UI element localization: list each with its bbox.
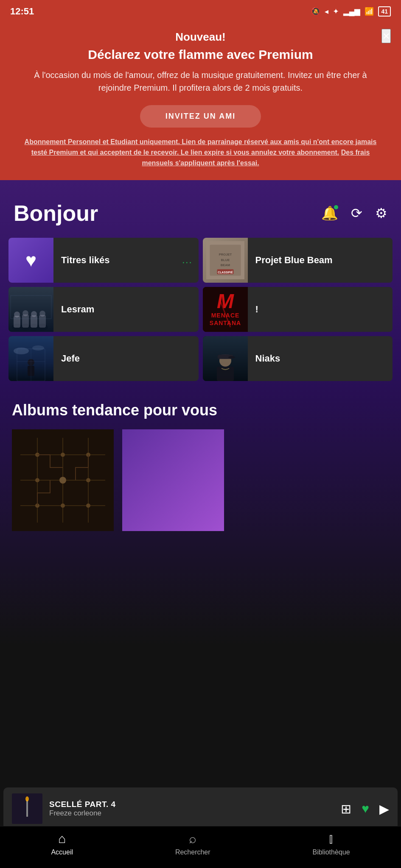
svg-rect-19 (39, 315, 46, 328)
status-bar: 12:51 🔕 ◂ ✦ ▂▄▆ 📶 41 (0, 0, 401, 22)
svg-text:CLASSIFIÉ: CLASSIFIÉ (218, 270, 233, 274)
banner-description: À l'occasion du mois de l'amour, offrez … (13, 69, 388, 94)
close-banner-button[interactable]: × (381, 29, 391, 43)
banner-new-label: Nouveau! (13, 31, 388, 44)
svg-rect-57 (122, 429, 224, 531)
svg-point-14 (22, 310, 28, 316)
svg-point-55 (61, 504, 65, 508)
nav-home[interactable]: ⌂ Accueil (51, 832, 73, 856)
svg-text:BEAM: BEAM (220, 264, 230, 267)
svg-point-56 (86, 504, 90, 508)
battery-indicator: 41 (378, 6, 391, 17)
liked-menu-dots[interactable]: ... (182, 255, 192, 266)
svg-point-39 (228, 356, 235, 359)
history-button[interactable]: ⟳ (351, 205, 362, 221)
nav-search[interactable]: ⌕ Rechercher (175, 832, 210, 856)
quick-item-lesram[interactable]: Lesram (8, 287, 199, 332)
mini-track-artist: Freeze corleone (49, 809, 341, 818)
status-right-icons: 🔕 ◂ ✦ ▂▄▆ 📶 41 (311, 6, 391, 17)
quick-item-liked[interactable]: ♥ Titres likés ... (8, 238, 199, 283)
jefe-label: Jefe (53, 353, 199, 365)
liked-thumbnail: ♥ (8, 238, 53, 283)
albums-section: Albums tendance pour vous (0, 401, 401, 536)
settings-button[interactable]: ⚙ (375, 205, 387, 221)
projet-thumbnail: PROJET BLUE BEAM CLASSIFIÉ (203, 238, 248, 283)
main-content: Bonjour 🔔 ⟳ ⚙ ♥ Titres likés ... (0, 180, 401, 645)
album-thumb-2 (122, 429, 224, 531)
nav-library[interactable]: ⫿ Bibliothèque (312, 832, 350, 856)
lesram-label: Lesram (53, 303, 199, 316)
svg-point-17 (31, 311, 37, 317)
albums-section-title: Albums tendance pour vous (12, 401, 389, 419)
home-icon: ⌂ (58, 832, 66, 846)
niaks-thumbnail (203, 336, 248, 381)
svg-rect-13 (22, 314, 29, 328)
mini-player: SCELLÉ PART. 4 Freeze corleone ⊞ ♥ ▶ (3, 787, 398, 830)
svg-text:M: M (217, 290, 234, 312)
mini-player-info: SCELLÉ PART. 4 Freeze corleone (49, 800, 341, 818)
history-icon: ⟳ (351, 206, 362, 221)
nav-home-label: Accueil (51, 849, 73, 856)
promo-banner: × Nouveau! Déclarez votre flamme avec Pr… (0, 22, 401, 180)
home-header: Bonjour 🔔 ⟳ ⚙ (0, 180, 401, 238)
liked-label: Titres likés (53, 254, 199, 267)
quick-item-projet[interactable]: PROJET BLUE BEAM CLASSIFIÉ Projet Blue B… (203, 238, 393, 283)
banner-fine-print: Abonnement Personnel et Etudiant uniquem… (13, 137, 388, 168)
projet-label: Projet Blue Beam (248, 254, 393, 267)
like-button[interactable]: ♥ (362, 801, 369, 816)
svg-rect-10 (14, 316, 20, 328)
mini-player-thumbnail (12, 793, 42, 824)
svg-point-52 (59, 477, 66, 484)
svg-point-28 (14, 348, 29, 354)
lesram-thumbnail (8, 287, 53, 332)
menace-thumbnail: M MENACE SANTANA (203, 287, 248, 332)
signal-icon: ▂▄▆ (343, 7, 361, 16)
jefe-thumbnail (8, 336, 53, 381)
album-thumb-1 (12, 429, 114, 531)
mini-player-controls: ⊞ ♥ ▶ (341, 801, 389, 816)
greeting-title: Bonjour (14, 200, 98, 226)
svg-text:PROJET: PROJET (219, 253, 232, 256)
svg-text:SANTANA: SANTANA (209, 320, 241, 326)
gear-icon: ⚙ (375, 206, 387, 221)
album-card-2[interactable] (122, 429, 224, 536)
bottom-navigation: ⌂ Accueil ⌕ Rechercher ⫿ Bibliothèque (0, 826, 401, 868)
niaks-label: Niaks (248, 353, 393, 365)
mute-icon: 🔕 (311, 7, 320, 16)
invite-friend-button[interactable]: INVITEZ UN AMI (140, 105, 261, 128)
svg-text:BLUE: BLUE (221, 258, 230, 262)
svg-rect-16 (31, 315, 37, 328)
header-icons: 🔔 ⟳ ⚙ (321, 205, 387, 221)
navigation-icon: ◂ (325, 7, 328, 16)
svg-point-20 (39, 311, 45, 317)
quick-access-grid: ♥ Titres likés ... PROJET BLUE BEAM CLAS… (0, 238, 401, 381)
nav-library-label: Bibliothèque (312, 849, 350, 856)
bluetooth-icon: ✦ (333, 7, 339, 16)
heart-icon: ♥ (25, 250, 36, 271)
status-time: 12:51 (10, 6, 34, 17)
library-icon: ⫿ (328, 832, 334, 846)
menace-label: ! (248, 303, 393, 316)
svg-point-60 (25, 796, 29, 801)
quick-item-niaks[interactable]: Niaks (203, 336, 393, 381)
svg-point-11 (14, 312, 20, 317)
mini-track-title: SCELLÉ PART. 4 (49, 800, 341, 809)
quick-item-jefe[interactable]: Jefe (8, 336, 199, 381)
devices-icon[interactable]: ⊞ (341, 801, 351, 816)
svg-point-53 (86, 478, 90, 482)
search-icon: ⌕ (189, 832, 196, 846)
play-button[interactable]: ▶ (379, 801, 389, 816)
nav-search-label: Rechercher (175, 849, 210, 856)
notification-button[interactable]: 🔔 (321, 205, 338, 221)
banner-title: Déclarez votre flamme avec Premium (13, 46, 388, 63)
svg-rect-40 (217, 367, 234, 381)
svg-point-29 (32, 345, 44, 351)
svg-point-49 (61, 453, 65, 457)
fine-print-text: Abonnement Personnel et Etudiant uniquem… (25, 138, 377, 156)
projet-thumb-art: PROJET BLUE BEAM CLASSIFIÉ (203, 238, 248, 283)
svg-point-51 (35, 478, 39, 482)
album-card-1[interactable] (12, 429, 114, 536)
quick-item-menace[interactable]: M MENACE SANTANA ! (203, 287, 393, 332)
albums-scroll (12, 429, 389, 536)
wifi-icon: 📶 (365, 7, 374, 16)
